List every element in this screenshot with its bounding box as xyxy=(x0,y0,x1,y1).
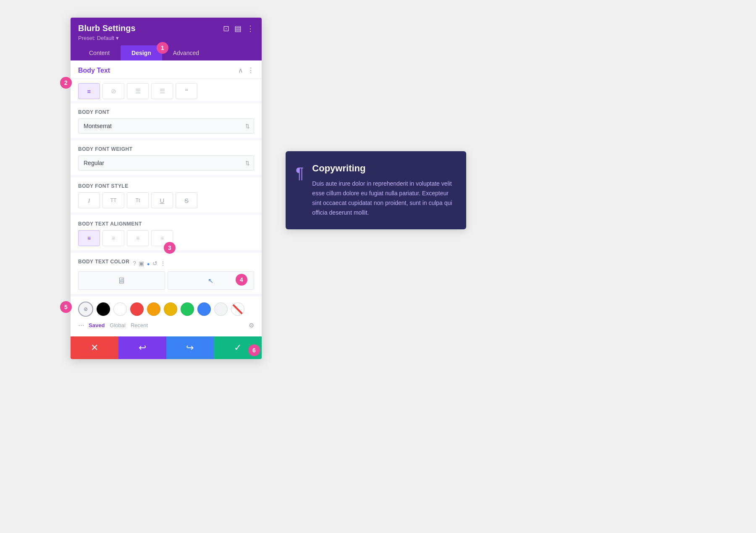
text-align-center[interactable]: ≡ xyxy=(102,230,124,246)
swatch-orange[interactable] xyxy=(147,302,160,316)
redo-button[interactable]: ↪ xyxy=(166,336,214,359)
text-style-row: ≡ ⊘ ☰ ☰ ❝ xyxy=(71,79,262,101)
cancel-button[interactable]: ✕ xyxy=(71,336,118,359)
tab-design[interactable]: Design xyxy=(121,45,162,60)
color-device-icon[interactable]: ▣ xyxy=(139,260,144,267)
swatch-dots[interactable]: ··· xyxy=(78,321,84,330)
panel-body: Body Text ∧ ⋮ ≡ ⊘ ☰ ☰ ❝ Body Font Montse… xyxy=(71,60,262,359)
layout-icon[interactable]: ▤ xyxy=(234,24,242,33)
swatch-settings-icon[interactable]: ⚙ xyxy=(249,322,254,329)
panel-header: Blurb Settings ⊡ ▤ ⋮ Preset: Default ▾ C… xyxy=(71,18,262,60)
align-btn-ul[interactable]: ☰ xyxy=(127,83,149,99)
swatch-red[interactable] xyxy=(130,302,144,316)
swatch-tab-recent[interactable]: Recent xyxy=(131,322,148,328)
body-font-weight-group: Body Font Weight Regular xyxy=(71,138,262,175)
step-badge-1: 1 xyxy=(157,42,168,54)
settings-panel: Blurb Settings ⊡ ▤ ⋮ Preset: Default ▾ C… xyxy=(71,18,262,359)
swatch-tabs-row: ··· Saved Global Recent ⚙ xyxy=(78,321,254,333)
cursor-arrow-icon: ↖ xyxy=(208,277,213,285)
body-font-weight-select[interactable]: Regular xyxy=(78,155,254,171)
color-label-row: Body Text Color ? ▣ ⬥ ↺ ⋮ xyxy=(78,259,254,268)
body-font-select[interactable]: Montserrat xyxy=(78,118,254,134)
font-style-uppercase[interactable]: TT xyxy=(102,192,124,208)
text-align-right[interactable]: ≡ xyxy=(127,230,149,246)
swatch-diagonal[interactable] xyxy=(231,302,244,316)
focus-icon[interactable]: ⊡ xyxy=(223,24,229,33)
action-bar: ✕ ↩ ↪ ✓ xyxy=(71,336,262,359)
color-reset-icon[interactable]: ↺ xyxy=(152,260,158,267)
panel-header-icons: ⊡ ▤ ⋮ xyxy=(223,24,254,33)
color-swatches-section: ⊘ ··· Saved Global Recent ⚙ xyxy=(71,294,262,336)
body-font-select-wrapper: Montserrat xyxy=(78,118,254,134)
swatch-green[interactable] xyxy=(181,302,194,316)
font-style-capitalize[interactable]: Tt xyxy=(127,192,149,208)
card-title: Copywriting xyxy=(312,163,456,174)
step-badge-4: 4 xyxy=(236,274,247,286)
step-badge-6: 6 xyxy=(248,344,260,356)
swatch-tab-global[interactable]: Global xyxy=(110,322,126,328)
step-badge-5: 5 xyxy=(60,301,72,313)
body-font-label: Body Font xyxy=(78,109,254,115)
more-icon[interactable]: ⋮ xyxy=(247,24,254,33)
swatch-white[interactable] xyxy=(113,302,127,316)
panel-title: Blurb Settings xyxy=(78,24,136,33)
preset-chevron-icon: ▾ xyxy=(116,35,119,41)
body-font-weight-label: Body Font Weight xyxy=(78,146,254,152)
body-text-color-group: Body Text Color ? ▣ ⬥ ↺ ⋮ 🖥 ↖ xyxy=(71,250,262,294)
swatch-tab-saved[interactable]: Saved xyxy=(89,322,105,328)
monitor-icon: 🖥 xyxy=(117,276,126,286)
align-btn-ol[interactable]: ☰ xyxy=(151,83,173,99)
panel-preset[interactable]: Preset: Default ▾ xyxy=(78,35,254,41)
body-font-style-label: Body Font Style xyxy=(78,183,254,189)
card-body-text: Duis aute irure dolor in reprehenderit i… xyxy=(312,179,456,218)
align-btn-link[interactable]: ⊘ xyxy=(102,83,124,99)
body-text-color-label: Body Text Color xyxy=(78,259,129,265)
tab-content[interactable]: Content xyxy=(78,45,121,60)
card-pilcrow-icon: ¶ xyxy=(296,165,304,182)
align-btn-quote[interactable]: ❝ xyxy=(176,83,197,99)
section-body-text-header: Body Text ∧ ⋮ xyxy=(71,60,262,79)
card-content: Copywriting Duis aute irure dolor in rep… xyxy=(312,163,456,218)
swatch-blue[interactable] xyxy=(197,302,211,316)
body-font-style-group: Body Font Style I TT Tt U S xyxy=(71,175,262,213)
step-badge-3: 3 xyxy=(164,242,176,254)
color-icon-row: ? ▣ ⬥ ↺ ⋮ xyxy=(133,260,166,267)
color-picker-row: 🖥 ↖ xyxy=(78,271,254,290)
font-style-underline[interactable]: U xyxy=(151,192,173,208)
step-badge-2: 2 xyxy=(60,77,72,89)
body-font-group: Body Font Montserrat xyxy=(71,101,262,138)
swatch-row: ⊘ xyxy=(78,302,254,317)
swatch-active[interactable]: ⊘ xyxy=(78,302,93,317)
color-help-icon[interactable]: ? xyxy=(133,260,136,267)
color-picker-device-half[interactable]: 🖥 xyxy=(78,271,165,290)
swatch-yellow[interactable] xyxy=(164,302,177,316)
color-cursor-icon[interactable]: ⬥ xyxy=(147,260,150,267)
swatch-light-gray[interactable] xyxy=(214,302,228,316)
swatch-black[interactable] xyxy=(97,302,110,316)
section-header-actions: ∧ ⋮ xyxy=(238,66,254,74)
collapse-icon[interactable]: ∧ xyxy=(238,66,243,74)
font-style-buttons: I TT Tt U S xyxy=(78,192,254,208)
body-font-weight-select-wrapper: Regular xyxy=(78,155,254,171)
color-more-icon[interactable]: ⋮ xyxy=(160,260,166,267)
tab-advanced[interactable]: Advanced xyxy=(162,45,210,60)
section-more-icon[interactable]: ⋮ xyxy=(247,66,254,74)
text-align-left[interactable]: ≡ xyxy=(78,230,100,246)
preview-card: ¶ Copywriting Duis aute irure dolor in r… xyxy=(286,151,466,229)
font-style-strikethrough[interactable]: S xyxy=(176,192,197,208)
undo-button[interactable]: ↩ xyxy=(118,336,166,359)
body-text-alignment-label: Body Text Alignment xyxy=(78,221,254,227)
section-body-text-title: Body Text xyxy=(78,67,110,74)
font-style-italic[interactable]: I xyxy=(78,192,100,208)
align-btn-list[interactable]: ≡ xyxy=(78,83,100,99)
